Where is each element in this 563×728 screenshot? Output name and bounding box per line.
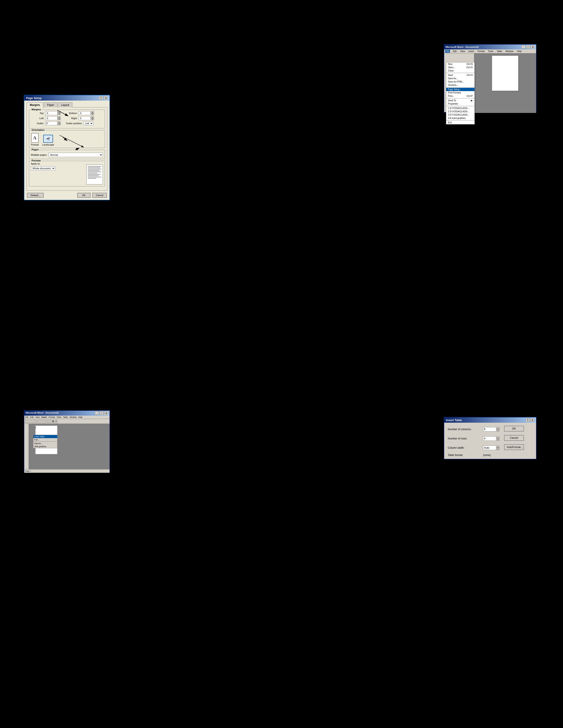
wbl-menu-help[interactable]: Help [78, 416, 83, 418]
menu-tools-tr[interactable]: Tools [488, 50, 494, 53]
tab-margins[interactable]: Margins [26, 102, 43, 108]
wbl-dd-header: Insert Table [33, 435, 57, 438]
svg-line-7 [113, 437, 309, 443]
top-input[interactable] [45, 111, 57, 115]
ins-rows-input[interactable] [483, 436, 496, 441]
word-maximize-tr[interactable]: □ [526, 45, 530, 49]
ok-button[interactable]: OK [77, 193, 90, 198]
menu-file-tr[interactable]: File [445, 50, 450, 53]
ins-ok-button[interactable]: OK [504, 426, 524, 432]
left-input[interactable] [45, 116, 57, 120]
menu-save-html[interactable]: Save as HTML... [446, 80, 475, 83]
landscape-option[interactable]: A Landscape [42, 135, 54, 146]
wbl-toolbar-font[interactable] [37, 420, 46, 423]
close-button[interactable]: ✕ [104, 96, 108, 100]
menu-exit[interactable]: Exit [446, 121, 475, 124]
menu-table-tr[interactable]: Table [496, 50, 503, 53]
wbl-maximize[interactable]: □ [100, 411, 103, 415]
word-close-tr[interactable]: ✕ [531, 45, 535, 49]
wbl-menu-file[interactable]: File [25, 416, 28, 418]
wbl-close[interactable]: ✕ [104, 411, 108, 415]
portrait-option[interactable]: A Portrait [31, 133, 39, 146]
tab-paper[interactable]: Paper [44, 102, 57, 107]
left-spin-up[interactable]: ▲ [58, 116, 61, 118]
wbl-minimize[interactable]: _ [95, 411, 99, 415]
ins-colwidth-spin-up[interactable]: ▲ [497, 446, 500, 448]
wbl-menu-view[interactable]: View [35, 416, 39, 418]
menu-new[interactable]: NewCtrl+N [446, 62, 475, 66]
menu-page-setup[interactable]: Page Setup... [446, 88, 475, 91]
menu-edit-tr[interactable]: Edit [452, 50, 457, 53]
menu-close[interactable]: Close [446, 69, 475, 72]
ins-colwidth-input[interactable] [483, 446, 496, 450]
apply-to-select[interactable]: Whole document This point forward [31, 166, 55, 170]
word-minimize-tr[interactable]: _ [522, 45, 525, 49]
wbl-menu-tools[interactable]: Tools [56, 416, 61, 418]
ins-columns-spin-up[interactable]: ▲ [497, 427, 500, 429]
bottom-spin-down[interactable]: ▼ [91, 113, 94, 115]
wbl-bold[interactable]: B [52, 420, 54, 423]
wbl-titlebar: Microsoft Word - Document2 _ □ ✕ [24, 411, 109, 416]
ins-colwidth-spin-down[interactable]: ▼ [497, 448, 500, 450]
ins-autoformat-button[interactable]: AutoFormat... [504, 444, 524, 450]
menu-view-tr[interactable]: View [460, 50, 466, 53]
margins-row-gutter: Gutter: ▲ ▼ Gutter position: Left Top [31, 121, 103, 125]
menu-format-tr[interactable]: Format [477, 50, 485, 53]
help-button[interactable]: ? [99, 96, 103, 100]
wbl-italic[interactable]: I [55, 420, 57, 423]
menu-properties[interactable]: Properties [446, 102, 475, 105]
menu-save-as[interactable]: Save As... [446, 77, 475, 80]
left-spin-down[interactable]: ▼ [58, 118, 61, 120]
menu-print[interactable]: Print...Ctrl+P [446, 94, 475, 98]
menu-open[interactable]: Open...Ctrl+O [446, 66, 475, 69]
ins-tableformat-label: Table format: [448, 454, 483, 457]
wbl-toolbar-size[interactable] [47, 420, 51, 423]
menu-versions[interactable]: Versions... [446, 83, 475, 87]
wbl-menu-format[interactable]: Format [49, 416, 55, 418]
menu-save[interactable]: SaveCtrl+S [446, 73, 475, 77]
gutter-input[interactable] [45, 121, 57, 125]
bottom-input[interactable] [79, 111, 91, 115]
wbl-menu-table[interactable]: Table [63, 416, 68, 418]
gutter-spin-up[interactable]: ▲ [58, 121, 61, 123]
menu-send-to[interactable]: Send To▶ [446, 99, 475, 102]
gutter-spin-down[interactable]: ▼ [58, 123, 61, 125]
top-spin-up[interactable]: ▲ [58, 111, 61, 113]
wbl-docarea: Insert Table It pt... Figures... Hide gr… [29, 424, 109, 469]
cancel-button[interactable]: Cancel [92, 193, 107, 198]
menu-print-preview[interactable]: Print Preview [446, 91, 475, 94]
ins-columns-spin-down[interactable]: ▼ [497, 429, 500, 432]
wbl-dd-item-2[interactable]: Figures... [33, 442, 57, 445]
multiple-pages-select[interactable]: Normal Mirror margins 2 pages per sheet [49, 153, 103, 157]
ins-close-btn[interactable]: ✕ [530, 418, 534, 422]
bottom-spin-up[interactable]: ▲ [91, 111, 94, 113]
right-input[interactable] [79, 116, 91, 120]
default-button[interactable]: Default... [27, 193, 44, 198]
tab-layout[interactable]: Layout [58, 102, 72, 107]
right-spin-up[interactable]: ▲ [91, 116, 94, 118]
insert-table-dialog: Insert Table ? ✕ Number of columns: ▲ ▼ … [444, 417, 537, 459]
menu-help-tr[interactable]: Help [516, 50, 522, 53]
menu-recent-3[interactable]: 3 D:\YOGA\CLASS\... [446, 113, 475, 116]
wbl-toolbar-style[interactable] [25, 420, 36, 423]
wbl-dd-item-3[interactable]: Hide gridlines [33, 445, 57, 448]
menu-insert-tr[interactable]: Insert [468, 50, 475, 53]
ins-cancel-button[interactable]: Cancel [504, 435, 524, 441]
menu-recent-4[interactable]: 4 A:\card graphics [446, 116, 475, 120]
gutter-pos-select[interactable]: Left Top [83, 121, 93, 125]
menu-window-tr[interactable]: Window [505, 50, 514, 53]
top-spin-down[interactable]: ▼ [58, 113, 61, 115]
dialog-body: Margins Top: ▲ ▼ Bottom: ▲ ▼ [26, 107, 107, 191]
menu-recent-1[interactable]: 1 D:\YOGA\CLASS\... [446, 107, 475, 110]
right-spin-down[interactable]: ▼ [91, 118, 94, 120]
ins-rows-spin-down[interactable]: ▼ [497, 439, 500, 441]
multiple-pages-label: Multiple pages: [31, 154, 47, 156]
wbl-dd-item-1[interactable]: It pt... [33, 438, 57, 441]
ins-rows-spin-up[interactable]: ▲ [497, 436, 500, 439]
ins-columns-input[interactable] [483, 427, 496, 432]
wbl-menu-edit[interactable]: Edit [30, 416, 34, 418]
menu-recent-2[interactable]: 2 D:\YOGA\CLASS\... [446, 110, 475, 113]
wbl-menu-window[interactable]: Window [70, 416, 77, 418]
wbl-menu-insert[interactable]: Insert [41, 416, 47, 418]
ins-help-btn[interactable]: ? [526, 418, 530, 422]
